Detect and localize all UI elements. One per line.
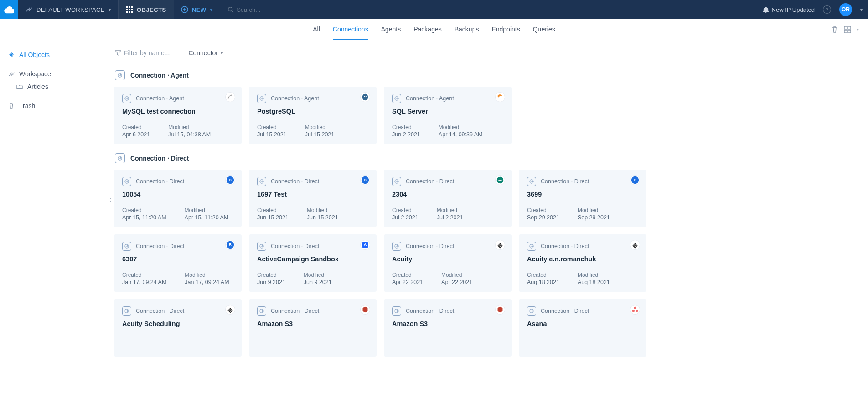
chevron-down-icon[interactable]: ▾ <box>860 7 863 12</box>
sidebar-articles[interactable]: Articles <box>6 80 103 93</box>
card-title: 10054 <box>122 191 233 198</box>
svg-text:B: B <box>229 178 232 182</box>
plus-circle-icon <box>181 6 188 13</box>
connection-card[interactable]: Connection · Direct3699CreatedSep 29 202… <box>519 170 646 227</box>
card-type: Connection · Direct <box>541 243 589 249</box>
modified-value: Jul 15, 04:38 AM <box>168 131 211 138</box>
card-meta: CreatedJul 15 2021ModifiedJul 15 2021 <box>257 124 368 138</box>
connection-icon <box>527 306 536 316</box>
filter-by-name[interactable]: Filter by name... <box>115 49 170 57</box>
modified-value: Aug 18 2021 <box>578 279 610 285</box>
nav-objects[interactable]: OBJECTS <box>119 0 174 19</box>
svg-point-47 <box>634 307 636 309</box>
section-title: Connection · Agent <box>130 72 189 79</box>
subnav: AllConnectionsAgentsPackagesBackupsEndpo… <box>0 19 868 40</box>
created-value: Apr 6 2021 <box>122 131 150 138</box>
tab-all[interactable]: All <box>313 19 320 40</box>
connection-card[interactable]: Connection · AgentPostgreSQLCreatedJul 1… <box>249 87 377 144</box>
modified-label: Modified <box>305 124 335 130</box>
svg-point-21 <box>366 96 367 97</box>
connection-icon <box>392 177 401 186</box>
created-value: Apr 15, 11:20 AM <box>122 214 166 221</box>
sidebar: All Objects Workspace Articles Trash <box>0 40 109 384</box>
created-value: Jun 9 2021 <box>257 279 285 285</box>
sidebar-workspace[interactable]: Workspace <box>6 67 103 80</box>
connection-card[interactable]: Connection · Direct1697 TestCreatedJun 1… <box>249 170 377 227</box>
svg-rect-14 <box>844 30 847 33</box>
trash-icon[interactable] <box>831 26 838 33</box>
connector-badge-squarespace <box>225 305 235 315</box>
card-type-row: Connection · Direct <box>392 177 503 186</box>
tab-backups[interactable]: Backups <box>455 19 479 40</box>
sidebar-all-objects[interactable]: All Objects <box>6 48 103 61</box>
tab-queries[interactable]: Queries <box>533 19 555 40</box>
connection-card[interactable]: Connection · DirectAcuity Scheduling <box>114 299 242 357</box>
connection-card[interactable]: Connection · AgentSQL ServerCreatedJun 2… <box>384 87 512 144</box>
connection-card[interactable]: Connection · DirectAsana <box>519 299 646 357</box>
workspace-selector[interactable]: DEFAULT WORKSPACE ▾ <box>18 0 119 19</box>
connection-card[interactable]: Connection · DirectAmazon S3 <box>249 299 377 357</box>
modified-label: Modified <box>185 272 229 278</box>
tab-endpoints[interactable]: Endpoints <box>491 19 520 40</box>
layout-grid-icon[interactable] <box>844 26 851 33</box>
svg-rect-7 <box>129 11 130 13</box>
created-label: Created <box>392 207 418 213</box>
created-value: Jun 2 2021 <box>392 131 420 138</box>
app-logo[interactable] <box>0 0 18 19</box>
modified-value: Sep 29 2021 <box>578 214 610 221</box>
connection-card[interactable]: Connection · DirectAcuity e.n.romanchukC… <box>519 234 646 292</box>
connection-card[interactable]: Connection · DirectActiveCampaign Sandbo… <box>249 234 377 292</box>
sidebar-label: Workspace <box>19 70 51 78</box>
card-type-row: Connection · Direct <box>122 177 233 186</box>
folder-icon <box>16 83 23 90</box>
connection-card[interactable]: Connection · DirectAcuityCreatedApr 22 2… <box>384 234 512 292</box>
card-title: Amazon S3 <box>392 320 503 327</box>
global-search[interactable] <box>220 6 762 13</box>
created-label: Created <box>527 207 559 213</box>
created-value: Aug 18 2021 <box>527 279 559 285</box>
connection-icon <box>122 177 131 186</box>
card-meta: CreatedApr 6 2021ModifiedJul 15, 04:38 A… <box>122 124 233 138</box>
svg-line-11 <box>232 11 234 13</box>
tab-connections[interactable]: Connections <box>333 19 368 40</box>
notification[interactable]: New IP Updated <box>763 6 815 13</box>
modified-value: Apr 14, 09:39 AM <box>439 131 483 138</box>
card-grid: Connection · AgentMySQL test connectionC… <box>114 87 854 144</box>
help-button[interactable]: ? <box>823 5 831 14</box>
connection-icon <box>122 242 131 251</box>
created-label: Created <box>392 124 420 130</box>
connection-icon <box>392 242 401 251</box>
section-title: Connection · Direct <box>130 155 189 162</box>
connection-card[interactable]: Connection · DirectAmazon S3 <box>384 299 512 357</box>
modified-label: Modified <box>185 207 229 213</box>
card-type-row: Connection · Agent <box>122 94 233 103</box>
card-type: Connection · Direct <box>406 308 454 314</box>
card-type: Connection · Direct <box>541 308 589 314</box>
card-meta: CreatedJun 15 2021ModifiedJun 15 2021 <box>257 207 368 221</box>
connector-badge-s3 <box>495 305 505 315</box>
svg-rect-12 <box>844 26 847 29</box>
svg-point-49 <box>636 310 638 312</box>
connection-icon <box>122 306 131 316</box>
grid-icon <box>126 6 133 13</box>
connector-badge-big-blue: B <box>225 175 235 185</box>
user-avatar[interactable]: OR <box>839 3 852 16</box>
modified-label: Modified <box>437 207 463 213</box>
connector-badge-mysql <box>225 92 235 102</box>
sidebar-trash[interactable]: Trash <box>6 99 103 112</box>
connection-card[interactable]: Connection · AgentMySQL test connectionC… <box>114 87 242 144</box>
chevron-down-icon[interactable]: ▾ <box>857 27 859 32</box>
search-input[interactable] <box>237 6 355 13</box>
sort-selector[interactable]: Connector ▾ <box>188 49 223 57</box>
tab-packages[interactable]: Packages <box>413 19 441 40</box>
svg-rect-2 <box>131 6 133 8</box>
workspace-icon <box>8 71 15 77</box>
connection-card[interactable]: Connection · Direct2304CreatedJul 2 2021… <box>384 170 512 227</box>
created-value: Jul 2 2021 <box>392 214 418 221</box>
connection-card[interactable]: Connection · Direct6307CreatedJan 17, 09… <box>114 234 242 292</box>
drag-handle-icon[interactable]: ⋮ <box>108 195 114 202</box>
connection-card[interactable]: ⋮Connection · Direct10054CreatedApr 15, … <box>114 170 242 227</box>
created-label: Created <box>257 124 287 130</box>
tab-agents[interactable]: Agents <box>381 19 401 40</box>
nav-new[interactable]: NEW ▾ <box>174 0 220 19</box>
